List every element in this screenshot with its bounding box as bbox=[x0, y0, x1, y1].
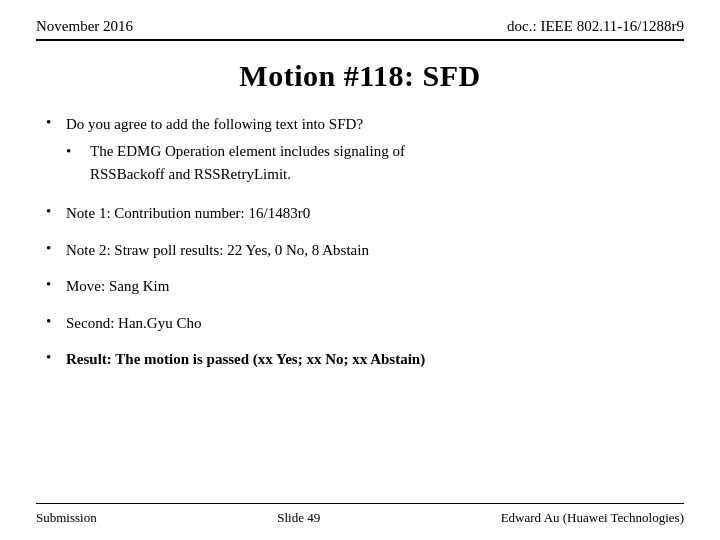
result-section: • Move: Sang Kim • Second: Han.Gyu Cho •… bbox=[46, 275, 674, 371]
note1-text: Note 1: Contribution number: 16/1483r0 bbox=[66, 202, 674, 225]
sub-bullet-line1: The EDMG Operation element includes sign… bbox=[90, 143, 405, 159]
note2-text: Note 2: Straw poll results: 22 Yes, 0 No… bbox=[66, 239, 674, 262]
sub-bullet-dot-1: • bbox=[66, 140, 90, 163]
footer-author: Edward Au (Huawei Technologies) bbox=[501, 510, 684, 526]
footer: Submission Slide 49 Edward Au (Huawei Te… bbox=[36, 503, 684, 526]
bullet-dot-2: • bbox=[46, 202, 66, 220]
page: November 2016 doc.: IEEE 802.11-16/1288r… bbox=[0, 0, 720, 540]
main-bullet-text: Do you agree to add the following text i… bbox=[66, 113, 674, 188]
bullet-dot-4: • bbox=[46, 275, 66, 293]
second-text: Second: Han.Gyu Cho bbox=[66, 312, 674, 335]
bullet-dot-5: • bbox=[46, 312, 66, 330]
footer-submission: Submission bbox=[36, 510, 97, 526]
bullet-dot-1: • bbox=[46, 113, 66, 131]
second-item: • Second: Han.Gyu Cho bbox=[46, 312, 674, 335]
note1-item: • Note 1: Contribution number: 16/1483r0 bbox=[46, 202, 674, 225]
result-text: Result: The motion is passed (xx Yes; xx… bbox=[66, 348, 674, 371]
header: November 2016 doc.: IEEE 802.11-16/1288r… bbox=[36, 18, 684, 41]
bullet-dot-6: • bbox=[46, 348, 66, 366]
sub-bullet-text-1: The EDMG Operation element includes sign… bbox=[90, 140, 674, 187]
sub-bullet-1: • The EDMG Operation element includes si… bbox=[66, 140, 674, 187]
result-bold: Result: The motion is passed (xx Yes; xx… bbox=[66, 351, 425, 367]
move-text: Move: Sang Kim bbox=[66, 275, 674, 298]
page-title: Motion #118: SFD bbox=[36, 59, 684, 93]
header-date: November 2016 bbox=[36, 18, 133, 35]
main-bullet: • Do you agree to add the following text… bbox=[46, 113, 674, 188]
sub-bullet-line2: RSSBackoff and RSSRetryLimit. bbox=[90, 166, 291, 182]
main-bullet-label: Do you agree to add the following text i… bbox=[66, 116, 363, 132]
move-item: • Move: Sang Kim bbox=[46, 275, 674, 298]
header-doc: doc.: IEEE 802.11-16/1288r9 bbox=[507, 18, 684, 35]
content-area: • Do you agree to add the following text… bbox=[36, 113, 684, 503]
footer-slide: Slide 49 bbox=[277, 510, 320, 526]
bullet-dot-3: • bbox=[46, 239, 66, 257]
result-item: • Result: The motion is passed (xx Yes; … bbox=[46, 348, 674, 371]
note2-item: • Note 2: Straw poll results: 22 Yes, 0 … bbox=[46, 239, 674, 262]
notes-section: • Note 1: Contribution number: 16/1483r0… bbox=[46, 202, 674, 261]
